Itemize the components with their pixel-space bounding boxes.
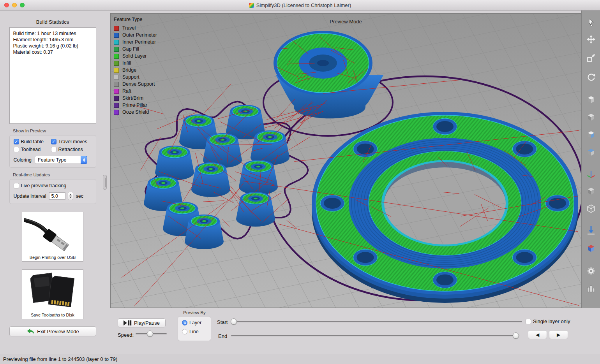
legend-swatch [114, 40, 119, 45]
sidebar-splitter-handle[interactable] [103, 175, 107, 190]
legend-label: Dense Support [122, 81, 155, 87]
close-window-button[interactable] [4, 3, 9, 7]
previous-layer-button[interactable]: ◀ [528, 330, 547, 339]
update-interval-label: Update interval [14, 193, 46, 199]
previous-arrow-icon: ◀ [536, 332, 539, 338]
exit-button-label: Exit Preview Mode [37, 329, 79, 334]
speed-slider[interactable] [136, 330, 167, 337]
checkbox-label: Retractions [58, 147, 83, 152]
preview-sidebar: Build Statistics Build time: 1 hour 13 m… [0, 11, 105, 354]
show-in-preview-section-label: Show in Preview [13, 128, 97, 133]
ring-model [312, 112, 578, 303]
coloring-label: Coloring [14, 157, 32, 163]
begin-printing-usb-button[interactable]: Begin Printing over USB [22, 212, 83, 262]
checkbox-box[interactable] [14, 147, 19, 152]
legend-label: Solid Layer [122, 53, 147, 59]
radio-line-dot[interactable] [182, 329, 187, 334]
preview-3d-scene[interactable] [111, 14, 581, 308]
cube-solid-icon[interactable] [586, 186, 596, 196]
section-divider [53, 175, 97, 175]
statusbar: Previewing file from line 1 to 244503 (l… [0, 354, 600, 364]
exit-preview-mode-button[interactable]: Exit Preview Mode [9, 326, 96, 336]
cursor-tool-icon[interactable] [586, 18, 596, 28]
legend-swatch [114, 47, 119, 52]
play-pause-icon [124, 320, 132, 325]
start-slider[interactable] [231, 318, 522, 325]
stat-line: Material cost: 0.37 [13, 49, 92, 55]
preview-3d-viewport[interactable]: Feature Type TravelOuter PerimeterInner … [110, 13, 581, 308]
next-layer-button[interactable]: ▶ [549, 330, 568, 339]
legend-label: Inner Perimeter [122, 39, 156, 45]
legend-label: Infill [122, 60, 131, 66]
legend-item: Inner Perimeter [114, 39, 157, 46]
save-toolpaths-disk-button[interactable]: Save Toolpaths to Disk [22, 269, 83, 319]
preview-checkbox-retractions[interactable]: Retractions [51, 147, 92, 152]
legend-swatch [114, 110, 119, 115]
preview-by-layer-radio[interactable]: Layer [182, 320, 211, 325]
legend-label: Gap Fill [122, 46, 139, 52]
legend-item: Solid Layer [114, 53, 157, 60]
cube-wireframe-icon[interactable] [586, 204, 596, 214]
section-divider [49, 131, 97, 131]
legend-swatch [114, 89, 119, 94]
play-pause-button[interactable]: Play/Pause [118, 318, 166, 327]
pan-tool-icon[interactable] [586, 34, 596, 44]
live-preview-checkbox[interactable]: Live preview tracking [14, 183, 92, 188]
legend-item: Skirt/Brim [114, 95, 157, 102]
preview-by-line-radio[interactable]: Line [182, 329, 211, 334]
view-cube-front-icon[interactable] [586, 130, 596, 140]
legend-item: Travel [114, 25, 157, 32]
rotate-tool-icon[interactable] [586, 72, 596, 82]
show-in-preview-checkboxes: ✓Build table✓Travel movesToolheadRetract… [14, 139, 92, 152]
preview-checkbox-travel-moves[interactable]: ✓Travel moves [51, 139, 92, 144]
checkbox-box[interactable] [14, 183, 19, 188]
radio-layer-label: Layer [189, 320, 201, 325]
preview-checkbox-toolhead[interactable]: Toolhead [14, 147, 51, 152]
cross-section-icon[interactable] [586, 243, 596, 253]
select-arrows-icon[interactable] [81, 156, 87, 164]
checkbox-box[interactable] [51, 147, 56, 152]
checkbox-box[interactable]: ✓ [14, 139, 19, 144]
app-icon [249, 3, 254, 8]
slider-thumb[interactable] [231, 318, 237, 325]
settings-gear-icon[interactable] [586, 266, 596, 276]
slider-thumb[interactable] [513, 332, 519, 339]
update-interval-field[interactable]: 5.0 [49, 192, 65, 200]
axes-indicator-icon[interactable] [586, 169, 596, 179]
zoom-window-button[interactable] [20, 3, 25, 7]
legend-item: Outer Perimeter [114, 32, 157, 39]
radio-layer-dot[interactable] [182, 320, 187, 325]
checkbox-label: Travel moves [58, 139, 88, 144]
preview-checkbox-build-table[interactable]: ✓Build table [14, 139, 51, 144]
checkbox-box[interactable] [526, 319, 531, 324]
single-layer-checkbox[interactable]: Single layer only [526, 318, 570, 324]
legend-title: Feature Type [114, 17, 157, 22]
legend-item: Raft [114, 88, 157, 95]
slider-track[interactable] [231, 321, 522, 322]
legend-label: Outer Perimeter [122, 32, 157, 38]
sd-cards-image [24, 271, 81, 311]
end-slider[interactable] [231, 332, 519, 339]
legend-label: Travel [122, 25, 136, 31]
preview-playback-controls: Play/Pause Speed: Preview By Layer Line … [105, 308, 581, 354]
legend-swatch [114, 68, 119, 73]
legend-item: Ooze Shield [114, 109, 157, 116]
legend-swatch [114, 75, 119, 80]
drop-to-table-icon[interactable] [586, 225, 596, 235]
scale-tool-icon[interactable] [586, 53, 596, 63]
speed-label: Speed: [118, 332, 134, 338]
view-cube-shaded-icon[interactable] [586, 112, 596, 122]
layer-columns-icon[interactable] [586, 283, 596, 294]
checkbox-box[interactable]: ✓ [51, 139, 56, 144]
feature-type-legend: Feature Type TravelOuter PerimeterInner … [114, 17, 157, 116]
realtime-text: Real-time Updates [13, 172, 50, 177]
update-interval-stepper[interactable] [68, 192, 73, 200]
minimize-window-button[interactable] [12, 3, 17, 7]
view-cube-iso-icon[interactable] [586, 95, 596, 105]
view-cube-side-icon[interactable] [586, 147, 596, 157]
slider-thumb[interactable] [147, 331, 153, 337]
show-in-preview-text: Show in Preview [13, 128, 46, 133]
slider-track[interactable] [231, 335, 519, 336]
coloring-select[interactable]: Feature Type [35, 156, 87, 164]
legend-item: Dense Support [114, 81, 157, 88]
